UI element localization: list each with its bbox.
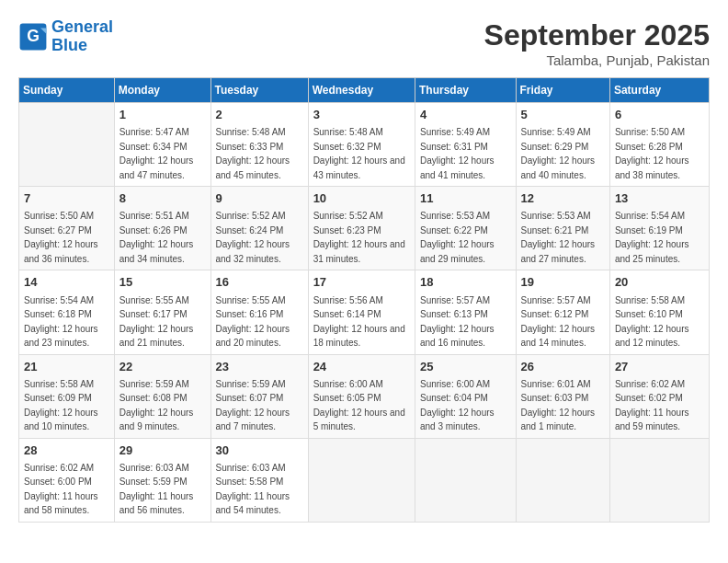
weekday-header: Tuesday <box>210 78 308 103</box>
day-info: Sunrise: 5:50 AMSunset: 6:28 PMDaylight:… <box>615 127 689 180</box>
day-info: Sunrise: 5:53 AMSunset: 6:21 PMDaylight:… <box>521 211 596 264</box>
day-number: 1 <box>119 107 206 123</box>
calendar-cell: 18Sunrise: 5:57 AMSunset: 6:13 PMDayligh… <box>415 270 516 354</box>
weekday-header-row: SundayMondayTuesdayWednesdayThursdayFrid… <box>19 78 710 103</box>
calendar-cell: 4Sunrise: 5:49 AMSunset: 6:31 PMDaylight… <box>415 103 516 187</box>
day-number: 16 <box>216 274 303 291</box>
day-number: 3 <box>313 107 410 123</box>
calendar-week-row: 28Sunrise: 6:02 AMSunset: 6:00 PMDayligh… <box>19 438 710 522</box>
calendar-week-row: 7Sunrise: 5:50 AMSunset: 6:27 PMDaylight… <box>19 187 710 270</box>
calendar-week-row: 14Sunrise: 5:54 AMSunset: 6:18 PMDayligh… <box>19 270 710 354</box>
day-info: Sunrise: 5:56 AMSunset: 6:14 PMDaylight:… <box>313 295 405 349</box>
calendar-cell: 8Sunrise: 5:51 AMSunset: 6:26 PMDaylight… <box>114 187 210 270</box>
calendar-cell: 2Sunrise: 5:48 AMSunset: 6:33 PMDaylight… <box>210 103 308 187</box>
day-info: Sunrise: 6:00 AMSunset: 6:05 PMDaylight:… <box>313 379 405 432</box>
day-info: Sunrise: 5:59 AMSunset: 6:08 PMDaylight:… <box>119 379 194 432</box>
calendar-cell: 10Sunrise: 5:52 AMSunset: 6:23 PMDayligh… <box>308 187 415 270</box>
day-number: 9 <box>216 190 303 207</box>
month-title: September 2025 <box>484 18 710 52</box>
calendar-cell: 16Sunrise: 5:55 AMSunset: 6:16 PMDayligh… <box>210 270 308 354</box>
day-info: Sunrise: 6:03 AMSunset: 5:59 PMDaylight:… <box>119 463 194 516</box>
page-header: G General Blue September 2025 Talamba, P… <box>18 18 710 68</box>
day-info: Sunrise: 6:01 AMSunset: 6:03 PMDaylight:… <box>521 379 596 432</box>
day-info: Sunrise: 5:54 AMSunset: 6:18 PMDaylight:… <box>24 295 98 349</box>
day-number: 13 <box>615 190 704 207</box>
day-number: 30 <box>216 442 303 459</box>
day-info: Sunrise: 5:53 AMSunset: 6:22 PMDaylight:… <box>420 211 495 264</box>
day-info: Sunrise: 5:57 AMSunset: 6:12 PMDaylight:… <box>521 295 596 349</box>
calendar-week-row: 1Sunrise: 5:47 AMSunset: 6:34 PMDaylight… <box>19 103 710 187</box>
calendar-cell: 11Sunrise: 5:53 AMSunset: 6:22 PMDayligh… <box>415 187 516 270</box>
day-number: 28 <box>24 442 109 459</box>
logo-icon: G <box>18 22 48 52</box>
day-number: 11 <box>420 190 511 207</box>
day-info: Sunrise: 6:02 AMSunset: 6:00 PMDaylight:… <box>24 463 98 516</box>
day-info: Sunrise: 5:52 AMSunset: 6:24 PMDaylight:… <box>216 211 290 264</box>
day-number: 12 <box>521 190 605 207</box>
day-info: Sunrise: 5:47 AMSunset: 6:34 PMDaylight:… <box>119 127 194 180</box>
calendar-cell: 14Sunrise: 5:54 AMSunset: 6:18 PMDayligh… <box>19 270 115 354</box>
day-number: 19 <box>521 274 605 291</box>
day-number: 17 <box>313 274 410 291</box>
day-info: Sunrise: 5:52 AMSunset: 6:23 PMDaylight:… <box>313 211 405 264</box>
calendar-cell: 22Sunrise: 5:59 AMSunset: 6:08 PMDayligh… <box>114 354 210 438</box>
calendar-cell <box>19 103 115 187</box>
day-number: 25 <box>420 359 511 375</box>
weekday-header: Thursday <box>415 78 516 103</box>
logo: G General Blue <box>18 18 113 55</box>
day-number: 7 <box>24 190 109 207</box>
day-number: 6 <box>615 107 704 123</box>
calendar-table: SundayMondayTuesdayWednesdayThursdayFrid… <box>18 77 710 523</box>
svg-text:G: G <box>27 27 40 45</box>
calendar-cell: 9Sunrise: 5:52 AMSunset: 6:24 PMDaylight… <box>210 187 308 270</box>
calendar-cell: 29Sunrise: 6:03 AMSunset: 5:59 PMDayligh… <box>114 438 210 522</box>
calendar-cell: 28Sunrise: 6:02 AMSunset: 6:00 PMDayligh… <box>19 438 115 522</box>
day-info: Sunrise: 5:55 AMSunset: 6:16 PMDaylight:… <box>216 295 290 349</box>
calendar-cell: 25Sunrise: 6:00 AMSunset: 6:04 PMDayligh… <box>415 354 516 438</box>
calendar-cell <box>609 438 709 522</box>
day-number: 23 <box>216 359 303 375</box>
day-number: 22 <box>119 359 206 375</box>
day-number: 10 <box>313 190 410 207</box>
title-block: September 2025 Talamba, Punjab, Pakistan <box>484 18 710 68</box>
calendar-cell: 24Sunrise: 6:00 AMSunset: 6:05 PMDayligh… <box>308 354 415 438</box>
day-number: 24 <box>313 359 410 375</box>
calendar-week-row: 21Sunrise: 5:58 AMSunset: 6:09 PMDayligh… <box>19 354 710 438</box>
day-info: Sunrise: 6:00 AMSunset: 6:04 PMDaylight:… <box>420 379 495 432</box>
weekday-header: Sunday <box>19 78 115 103</box>
day-info: Sunrise: 5:57 AMSunset: 6:13 PMDaylight:… <box>420 295 495 349</box>
day-info: Sunrise: 5:58 AMSunset: 6:10 PMDaylight:… <box>615 295 689 349</box>
calendar-cell: 7Sunrise: 5:50 AMSunset: 6:27 PMDaylight… <box>19 187 115 270</box>
day-number: 2 <box>216 107 303 123</box>
day-info: Sunrise: 5:49 AMSunset: 6:29 PMDaylight:… <box>521 127 596 180</box>
day-number: 4 <box>420 107 511 123</box>
day-number: 21 <box>24 359 109 375</box>
day-number: 27 <box>615 359 704 375</box>
calendar-cell: 21Sunrise: 5:58 AMSunset: 6:09 PMDayligh… <box>19 354 115 438</box>
day-info: Sunrise: 6:03 AMSunset: 5:58 PMDaylight:… <box>216 463 290 516</box>
calendar-cell: 3Sunrise: 5:48 AMSunset: 6:32 PMDaylight… <box>308 103 415 187</box>
day-info: Sunrise: 5:48 AMSunset: 6:33 PMDaylight:… <box>216 127 290 180</box>
calendar-cell: 6Sunrise: 5:50 AMSunset: 6:28 PMDaylight… <box>609 103 709 187</box>
calendar-cell: 27Sunrise: 6:02 AMSunset: 6:02 PMDayligh… <box>609 354 709 438</box>
calendar-cell <box>415 438 516 522</box>
day-info: Sunrise: 5:49 AMSunset: 6:31 PMDaylight:… <box>420 127 495 180</box>
location: Talamba, Punjab, Pakistan <box>484 52 710 68</box>
calendar-cell: 12Sunrise: 5:53 AMSunset: 6:21 PMDayligh… <box>516 187 609 270</box>
calendar-cell <box>308 438 415 522</box>
calendar-cell: 23Sunrise: 5:59 AMSunset: 6:07 PMDayligh… <box>210 354 308 438</box>
logo-text: General Blue <box>51 18 113 55</box>
day-info: Sunrise: 5:58 AMSunset: 6:09 PMDaylight:… <box>24 379 98 432</box>
day-info: Sunrise: 5:48 AMSunset: 6:32 PMDaylight:… <box>313 127 405 180</box>
day-info: Sunrise: 6:02 AMSunset: 6:02 PMDaylight:… <box>615 379 689 432</box>
day-number: 8 <box>119 190 206 207</box>
calendar-cell: 30Sunrise: 6:03 AMSunset: 5:58 PMDayligh… <box>210 438 308 522</box>
calendar-cell: 20Sunrise: 5:58 AMSunset: 6:10 PMDayligh… <box>609 270 709 354</box>
calendar-cell <box>516 438 609 522</box>
calendar-cell: 15Sunrise: 5:55 AMSunset: 6:17 PMDayligh… <box>114 270 210 354</box>
weekday-header: Saturday <box>609 78 709 103</box>
day-number: 18 <box>420 274 511 291</box>
day-info: Sunrise: 5:55 AMSunset: 6:17 PMDaylight:… <box>119 295 194 349</box>
calendar-cell: 19Sunrise: 5:57 AMSunset: 6:12 PMDayligh… <box>516 270 609 354</box>
day-number: 14 <box>24 274 109 291</box>
